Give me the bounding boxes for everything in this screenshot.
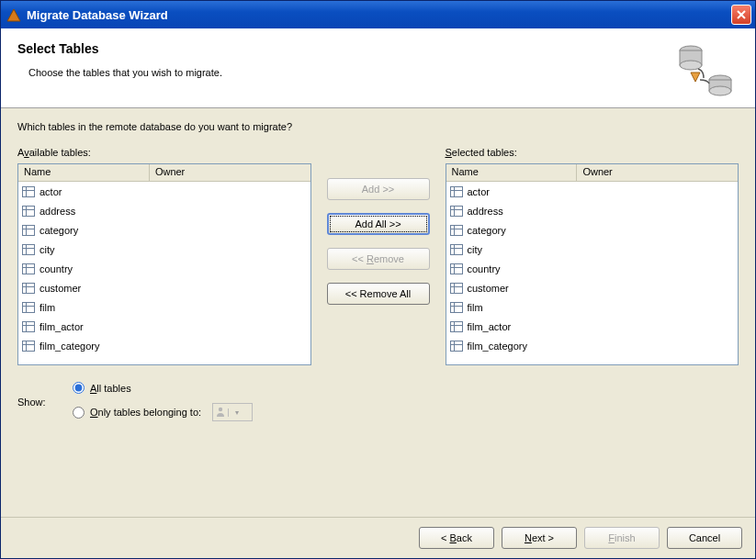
- table-row[interactable]: film: [446, 297, 739, 317]
- col-name-header[interactable]: Name: [18, 164, 150, 181]
- table-row[interactable]: country: [18, 259, 310, 278]
- show-only-radio[interactable]: Only tables belonging to: ▾: [73, 403, 253, 421]
- show-only-radio-input[interactable]: [73, 407, 85, 419]
- table-name: category: [468, 225, 506, 236]
- table-row[interactable]: address: [18, 201, 310, 220]
- table-row[interactable]: city: [18, 240, 310, 259]
- table-icon: [22, 206, 35, 217]
- col-owner-header[interactable]: Owner: [577, 164, 738, 181]
- remove-button[interactable]: << Remove: [327, 248, 430, 270]
- table-name: country: [39, 263, 73, 274]
- table-icon: [450, 244, 463, 255]
- table-name: country: [468, 263, 501, 274]
- table-icon: [450, 186, 463, 197]
- app-icon: [6, 7, 21, 22]
- table-name: category: [39, 225, 78, 236]
- show-label: Show:: [17, 397, 62, 408]
- owner-combo: ▾: [212, 403, 253, 421]
- table-name: address: [468, 206, 503, 217]
- table-row[interactable]: actor: [18, 182, 310, 201]
- prompt-text: Which tables in the remote database do y…: [17, 121, 739, 132]
- add-all-button[interactable]: Add All >>: [327, 213, 430, 235]
- table-icon: [22, 341, 35, 352]
- table-name: film: [468, 302, 483, 313]
- table-row[interactable]: city: [446, 240, 739, 259]
- show-all-radio-input[interactable]: [73, 382, 85, 394]
- table-icon: [22, 283, 35, 294]
- back-button[interactable]: < Back: [419, 527, 494, 549]
- table-name: film_actor: [468, 321, 512, 332]
- available-header: Name Owner: [18, 164, 310, 182]
- table-row[interactable]: actor: [446, 182, 739, 201]
- selected-label: Selected tables:: [446, 147, 739, 158]
- available-listbox[interactable]: Name Owner actoraddresscategorycitycount…: [17, 163, 311, 365]
- svg-marker-0: [7, 9, 20, 21]
- chevron-down-icon: ▾: [228, 408, 244, 417]
- table-row[interactable]: address: [446, 201, 739, 220]
- user-icon: [213, 406, 228, 419]
- table-row[interactable]: category: [446, 220, 739, 240]
- table-name: film_category: [468, 341, 527, 352]
- table-icon: [450, 283, 463, 294]
- table-icon: [22, 186, 35, 197]
- remove-all-button[interactable]: << Remove All: [327, 283, 430, 305]
- table-icon: [450, 341, 463, 352]
- table-icon: [22, 263, 35, 274]
- table-row[interactable]: film_category: [18, 336, 310, 355]
- migrate-db-icon: [672, 41, 739, 96]
- page-subtitle: Choose the tables that you wish to migra…: [28, 67, 672, 78]
- cancel-button[interactable]: Cancel: [667, 527, 742, 549]
- window-title: Migrate Database Wizard: [27, 8, 731, 22]
- table-name: film: [39, 302, 55, 313]
- table-name: actor: [39, 186, 62, 197]
- table-icon: [450, 225, 463, 236]
- table-name: customer: [39, 283, 81, 294]
- footer: < Back Next > Finish Cancel: [1, 517, 755, 558]
- table-name: film_category: [39, 341, 99, 352]
- show-all-radio[interactable]: All tables: [73, 382, 253, 394]
- finish-button[interactable]: Finish: [584, 527, 660, 549]
- table-row[interactable]: customer: [446, 278, 739, 297]
- titlebar: Migrate Database Wizard: [1, 1, 755, 28]
- table-icon: [22, 244, 35, 255]
- table-name: address: [39, 206, 75, 217]
- table-name: customer: [468, 283, 509, 294]
- table-icon: [450, 321, 463, 332]
- svg-point-8: [219, 408, 222, 411]
- table-name: actor: [468, 186, 490, 197]
- svg-marker-4: [691, 73, 700, 82]
- table-icon: [450, 263, 463, 274]
- table-row[interactable]: category: [18, 220, 310, 240]
- next-button[interactable]: Next >: [502, 527, 577, 549]
- table-icon: [450, 206, 463, 217]
- table-name: city: [468, 244, 483, 255]
- table-name: film_actor: [39, 321, 84, 332]
- table-row[interactable]: country: [446, 259, 739, 278]
- table-icon: [22, 321, 35, 332]
- table-row[interactable]: customer: [18, 278, 310, 297]
- close-button[interactable]: [731, 5, 751, 25]
- table-icon: [22, 302, 35, 313]
- table-row[interactable]: film_actor: [18, 317, 310, 336]
- table-name: city: [39, 244, 55, 255]
- add-button[interactable]: Add >>: [327, 178, 430, 200]
- page-title: Select Tables: [17, 41, 672, 56]
- table-row[interactable]: film_category: [446, 336, 739, 355]
- svg-point-7: [709, 86, 731, 95]
- selected-listbox[interactable]: Name Owner actoraddresscategorycitycount…: [446, 163, 739, 365]
- selected-header: Name Owner: [446, 164, 739, 182]
- wizard-header: Select Tables Choose the tables that you…: [1, 28, 755, 108]
- table-icon: [22, 225, 35, 236]
- table-row[interactable]: film: [18, 297, 310, 317]
- col-name-header[interactable]: Name: [446, 164, 578, 181]
- available-label: Available tables:: [17, 147, 311, 158]
- table-icon: [450, 302, 463, 313]
- table-row[interactable]: film_actor: [446, 317, 739, 336]
- col-owner-header[interactable]: Owner: [150, 164, 310, 181]
